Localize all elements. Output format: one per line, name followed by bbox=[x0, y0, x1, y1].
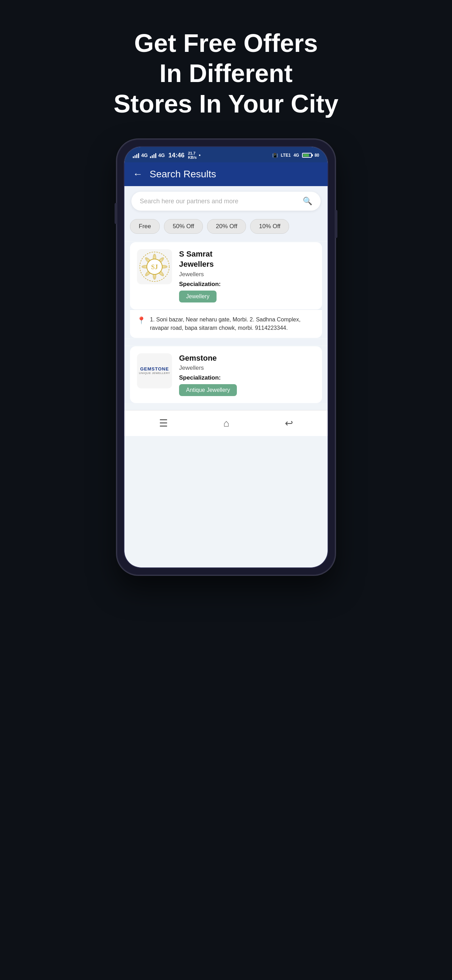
specialization-label-1: Specialization: bbox=[179, 281, 315, 288]
store-category-1: Jewellers bbox=[179, 271, 315, 278]
store-details-1: S Samrat Jewellers Jewellers Specializat… bbox=[179, 249, 315, 302]
location-icon-1: 📍 bbox=[137, 316, 146, 325]
home-nav-icon[interactable]: ⌂ bbox=[224, 418, 229, 429]
signal-bars-right bbox=[150, 153, 156, 158]
signal-bars-left bbox=[133, 153, 139, 158]
time-display: 14:46 bbox=[168, 152, 184, 159]
status-bar: 4G 4G 14:46 21.7KB/s • 📳 LTE1 4G bbox=[124, 147, 328, 162]
chip-20off[interactable]: 20% Off bbox=[207, 219, 246, 234]
search-placeholder-text: Search here our partners and more bbox=[140, 198, 238, 205]
filter-chips: Free 50% Off 20% Off 10% Off bbox=[124, 216, 328, 241]
status-right: 📳 LTE1 4G 80 bbox=[272, 153, 319, 158]
network-label-1: 4G bbox=[141, 153, 148, 158]
back-nav-icon[interactable]: ↩ bbox=[285, 417, 293, 429]
menu-nav-icon[interactable]: ☰ bbox=[159, 417, 168, 429]
search-container: Search here our partners and more 🔍 bbox=[124, 186, 328, 216]
status-left: 4G 4G 14:46 21.7KB/s • bbox=[133, 151, 201, 159]
chip-10off[interactable]: 10% Off bbox=[250, 219, 289, 234]
chip-50off[interactable]: 50% Off bbox=[164, 219, 203, 234]
card-separator bbox=[124, 339, 328, 345]
store-details-2: Gemstone Jewellers Specialization: Antiq… bbox=[179, 353, 315, 396]
battery-indicator bbox=[302, 153, 312, 158]
page-title: Search Results bbox=[150, 169, 216, 180]
store-info-2[interactable]: GEMSTONE UNIQUE JEWELLERY Gemstone Jewel… bbox=[130, 346, 322, 403]
search-bar[interactable]: Search here our partners and more 🔍 bbox=[131, 192, 321, 211]
store-category-2: Jewellers bbox=[179, 364, 315, 372]
status-dot: • bbox=[199, 153, 201, 158]
network-4g: 4G bbox=[294, 153, 299, 158]
address-text-1: 1. Soni bazar, Near neharu gate, Morbi. … bbox=[150, 315, 315, 332]
app-bar: ← Search Results bbox=[124, 162, 328, 186]
battery-percent: 80 bbox=[315, 153, 319, 158]
vibrate-icon: 📳 bbox=[272, 153, 278, 158]
spec-badge-1: Jewellery bbox=[179, 291, 216, 302]
phone-mockup: 4G 4G 14:46 21.7KB/s • 📳 LTE1 4G bbox=[118, 140, 334, 574]
hero-title: Get Free Offers In Different Stores In Y… bbox=[92, 28, 359, 119]
svg-text:SJ: SJ bbox=[151, 264, 158, 270]
phone-screen: 4G 4G 14:46 21.7KB/s • 📳 LTE1 4G bbox=[124, 147, 328, 568]
store-name-2: Gemstone bbox=[179, 353, 315, 363]
store-logo-1: SJ bbox=[137, 249, 172, 284]
store-address-1: 📍 1. Soni bazar, Near neharu gate, Morbi… bbox=[130, 310, 322, 338]
store-logo-2: GEMSTONE UNIQUE JEWELLERY bbox=[137, 353, 172, 388]
spec-badge-2: Antique Jewellery bbox=[179, 384, 237, 396]
store-name-1: S Samrat Jewellers bbox=[179, 249, 315, 269]
search-icon[interactable]: 🔍 bbox=[303, 197, 312, 206]
chip-free[interactable]: Free bbox=[130, 219, 160, 234]
store-info-1[interactable]: SJ S Samrat Jewellers Jewellers Speciali… bbox=[130, 242, 322, 309]
store-card-2: GEMSTONE UNIQUE JEWELLERY Gemstone Jewel… bbox=[124, 346, 328, 403]
data-speed: 21.7KB/s bbox=[188, 151, 197, 159]
gemstone-logo-sub: UNIQUE JEWELLERY bbox=[139, 372, 170, 375]
gemstone-logo-text: GEMSTONE bbox=[139, 367, 170, 372]
network-label-2: 4G bbox=[158, 153, 165, 158]
lte-label: LTE1 bbox=[281, 153, 290, 158]
back-button[interactable]: ← bbox=[133, 169, 143, 180]
specialization-label-2: Specialization: bbox=[179, 374, 315, 381]
bottom-nav: ☰ ⌂ ↩ bbox=[124, 410, 328, 436]
store-card-1: SJ S Samrat Jewellers Jewellers Speciali… bbox=[124, 242, 328, 337]
